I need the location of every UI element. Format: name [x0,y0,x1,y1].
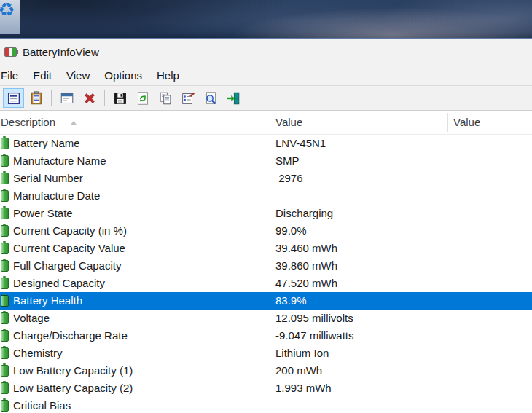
find-icon [203,90,219,106]
column-header-description[interactable]: Description [1,111,55,134]
advanced-options-button[interactable] [56,88,77,108]
row-value: 39.460 mWh [275,240,337,257]
red-x-icon [82,90,98,106]
row-description: Power State [13,205,73,222]
menu-bar: File Edit View Options Help [0,66,532,85]
table-row[interactable]: Power State Discharging [0,205,532,222]
battery-row-icon [1,382,9,394]
table-row[interactable]: Battery Name LNV-45N1 [0,135,532,152]
table-row[interactable]: Manufacture Date [0,187,532,205]
copy-button[interactable] [154,88,176,108]
row-description: Battery Name [13,135,80,152]
row-description: Current Capacity Value [13,240,125,257]
battery-row-icon [1,155,9,167]
table-row[interactable]: Critical Bias [0,397,532,413]
column-header-value-2[interactable]: Value [453,111,480,134]
battery-row-icon [1,347,9,359]
row-value: SMP [275,152,300,170]
menu-options[interactable]: Options [97,66,149,85]
table-row[interactable]: Manufacture Name SMP [0,152,532,170]
recycle-glyph-icon: ♻ [0,0,15,21]
battery-info-list: Description Value Value Battery Name LNV… [0,111,532,413]
row-value: 47.520 mWh [275,275,337,292]
exit-door-icon [225,90,241,106]
menu-file[interactable]: File [0,66,26,85]
exit-button[interactable] [222,88,243,108]
battery-row-icon [1,173,9,184]
table-row[interactable]: Serial Number 2976 [0,170,532,187]
menu-view[interactable]: View [59,66,97,85]
battery-row-icon [1,400,9,412]
row-value: 83.9% [275,292,307,310]
table-row[interactable]: Current Capacity (in %) 99.0% [0,222,532,240]
row-description: Full Charged Capacity [13,257,121,275]
row-value: 2976 [275,170,303,187]
battery-row-icon [1,225,9,237]
table-row[interactable]: Low Battery Capacity (2) 1.993 mWh [0,379,532,397]
row-description: Manufacture Name [13,152,106,170]
toolbar-separator [104,90,105,106]
list-header: Description Value Value [0,111,532,135]
toolbar-separator [51,90,52,106]
battery-row-icon [1,190,9,202]
column-divider[interactable] [270,113,270,132]
save-button[interactable] [109,88,130,108]
table-row[interactable]: Low Battery Capacity (1) 200 mWh [0,362,532,379]
row-description: Charge/Discharge Rate [13,327,128,345]
clipboard-log-icon [28,90,44,106]
row-value: 1.993 mWh [275,379,332,397]
table-row[interactable]: Chemistry Lithium Ion [0,345,532,362]
battery-row-icon [1,243,9,254]
table-row[interactable]: Voltage 12.095 millivolts [0,310,532,327]
table-row[interactable]: Full Charged Capacity 39.860 mWh [0,257,532,275]
properties-button[interactable] [177,88,198,108]
row-description: Voltage [13,310,50,327]
battery-row-icon [1,365,9,377]
row-value: 200 mWh [275,362,322,379]
row-description: Designed Capacity [13,275,105,292]
table-row[interactable]: Charge/Discharge Rate -9.047 milliwatts [0,327,532,345]
row-value: -9.047 milliwatts [275,327,354,345]
menu-help[interactable]: Help [149,66,187,85]
table-row[interactable]: Battery Health 83.9% [0,292,532,310]
battery-row-icon [1,295,9,307]
battery-info-view-button[interactable] [3,88,24,108]
title-bar[interactable]: BatteryInfoView [0,39,532,66]
table-row[interactable]: Current Capacity Value 39.460 mWh [0,240,532,257]
row-description: Current Capacity (in %) [13,222,127,240]
batteryinfoview-window: BatteryInfoView File Edit View Options H… [0,38,532,413]
delete-button[interactable] [79,88,100,108]
row-value: Lithium Ion [275,345,329,362]
row-description: Critical Bias [13,397,71,413]
row-description: Low Battery Capacity (1) [13,362,133,379]
column-divider[interactable] [447,113,448,132]
find-button[interactable] [200,88,221,108]
floppy-save-icon [112,90,128,106]
app-battery-icon [4,47,17,57]
window-title: BatteryInfoView [23,46,99,58]
row-value: 39.860 mWh [275,257,337,275]
battery-row-icon [1,260,9,272]
row-description: Low Battery Capacity (2) [13,379,133,397]
menu-edit[interactable]: Edit [26,66,59,85]
desktop-wallpaper: ♻ [0,0,532,38]
refresh-icon [135,90,151,106]
tool-bar [0,85,532,111]
row-description: Chemistry [13,345,63,362]
row-description: Serial Number [13,170,83,187]
row-description: Manufacture Date [13,187,100,205]
row-value: 99.0% [275,222,307,240]
sort-ascending-icon [71,121,77,125]
battery-row-icon [1,312,9,324]
options-window-icon [59,90,75,106]
refresh-button[interactable] [132,88,153,108]
row-value: LNV-45N1 [275,135,326,152]
column-header-value-1[interactable]: Value [275,111,302,134]
recycle-bin-icon[interactable]: ♻ [0,0,20,34]
table-row[interactable]: Designed Capacity 47.520 mWh [0,275,532,292]
row-value: 12.095 millivolts [275,310,353,327]
battery-row-icon [1,330,9,342]
battery-row-icon [1,138,9,149]
row-description: Battery Health [13,292,82,310]
battery-log-view-button[interactable] [26,88,47,108]
